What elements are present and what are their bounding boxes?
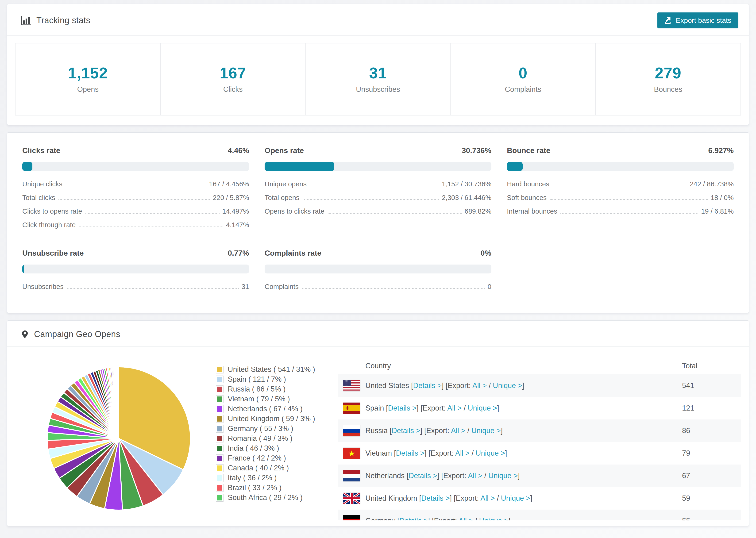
export-unique-link[interactable]: Unique > <box>468 404 497 412</box>
flag-vn-icon <box>343 448 360 459</box>
details-link[interactable]: Details > <box>421 494 450 502</box>
detail-row: Opens to clicks rate689.82% <box>265 207 491 221</box>
tracking-stats-header: Tracking stats Export basic stats <box>7 4 749 36</box>
legend-color-swatch <box>216 464 224 472</box>
total-cell: 55 <box>682 517 741 520</box>
geo-content: United States ( 541 / 31% )Spain ( 121 /… <box>7 347 749 526</box>
progress-bar <box>507 162 734 171</box>
legend-label: Brazil ( 33 / 2% ) <box>228 484 282 492</box>
detail-row: Internal bounces19 / 6.81% <box>507 207 734 221</box>
details-link[interactable]: Details > <box>409 471 437 480</box>
legend-label: Italy ( 36 / 2% ) <box>228 474 277 482</box>
export-unique-link[interactable]: Unique > <box>493 381 522 390</box>
dotted-leader <box>79 227 223 227</box>
detail-label: Unique opens <box>265 180 307 188</box>
legend-label: Canada ( 40 / 2% ) <box>228 464 289 472</box>
export-all-link[interactable]: All > <box>447 404 461 412</box>
legend-item-vietnam: Vietnam ( 79 / 5% ) <box>216 394 315 404</box>
detail-value: 2,303 / 61.446% <box>442 194 491 202</box>
bar-chart-icon <box>21 15 31 26</box>
export-basic-stats-button[interactable]: Export basic stats <box>657 13 738 28</box>
tracking-stats-card: Tracking stats Export basic stats 1,152O… <box>7 4 749 125</box>
legend-label: Netherlands ( 67 / 4% ) <box>228 405 303 413</box>
details-link[interactable]: Details > <box>413 381 442 390</box>
export-unique-link[interactable]: Unique > <box>488 471 518 480</box>
detail-label: Total opens <box>265 194 299 202</box>
detail-row: Total clicks220 / 5.87% <box>22 194 249 207</box>
geo-pie-chart[interactable] <box>46 365 192 520</box>
export-all-link[interactable]: All > <box>480 494 495 502</box>
stat-value: 0 <box>453 64 593 82</box>
details-link[interactable]: Details > <box>396 449 424 457</box>
pie-slice-other-53[interactable] <box>119 367 119 439</box>
country-cell: Russia [Details >] [Export: All > / Uniq… <box>365 426 682 435</box>
export-all-link[interactable]: All > <box>459 517 473 520</box>
geo-opens-title-row: Campaign Geo Opens <box>21 329 120 340</box>
page-title: Tracking stats <box>36 16 90 26</box>
rates-grid: Clicks rate4.46%Unique clicks167 / 4.456… <box>7 133 749 313</box>
geo-table-header-row: CountryTotal <box>338 357 741 374</box>
detail-value: 1,152 / 30.736% <box>442 180 491 188</box>
detail-label: Click through rate <box>22 221 76 229</box>
detail-value: 31 <box>242 283 249 291</box>
dotted-leader <box>302 288 485 289</box>
legend-color-swatch <box>216 494 224 502</box>
detail-value: 242 / 86.738% <box>690 180 734 188</box>
stat-unsubscribes: 31Unsubscribes <box>306 43 451 115</box>
detail-value: 19 / 6.81% <box>701 207 734 215</box>
legend-label: France ( 42 / 2% ) <box>228 454 286 462</box>
legend-label: United States ( 541 / 31% ) <box>228 365 315 374</box>
page: Tracking stats Export basic stats 1,152O… <box>0 0 756 526</box>
legend-label: Germany ( 55 / 3% ) <box>228 424 293 433</box>
legend-item-russia: Russia ( 86 / 5% ) <box>216 384 315 394</box>
export-all-link[interactable]: All > <box>451 426 465 435</box>
export-all-link[interactable]: All > <box>472 381 487 390</box>
rate-block-clicks-rate: Clicks rate4.46%Unique clicks167 / 4.456… <box>22 146 249 235</box>
detail-label: Opens to clicks rate <box>265 207 324 215</box>
legend-item-spain: Spain ( 121 / 7% ) <box>216 374 315 384</box>
country-cell: Spain [Details >] [Export: All > / Uniqu… <box>365 404 682 412</box>
export-unique-link[interactable]: Unique > <box>501 494 530 502</box>
flag-ru-icon <box>343 425 360 436</box>
progress-bar-fill <box>22 265 24 273</box>
detail-row: Click through rate4.147% <box>22 221 249 235</box>
progress-bar <box>22 162 249 171</box>
detail-label: Unique clicks <box>22 180 63 188</box>
geo-table-row-netherlands: Netherlands [Details >] [Export: All > /… <box>338 464 741 487</box>
detail-label: Complaints <box>265 283 298 291</box>
country-cell: Netherlands [Details >] [Export: All > /… <box>365 471 682 480</box>
detail-value: 689.82% <box>465 207 492 215</box>
dotted-leader <box>310 186 439 187</box>
progress-bar <box>22 265 249 273</box>
total-column-header: Total <box>682 362 741 370</box>
rates-card: Clicks rate4.46%Unique clicks167 / 4.456… <box>7 133 749 313</box>
rate-title: Opens rate <box>265 146 304 155</box>
export-unique-link[interactable]: Unique > <box>471 426 501 435</box>
stat-value: 167 <box>163 64 303 82</box>
export-all-link[interactable]: All > <box>468 471 482 480</box>
export-unique-link[interactable]: Unique > <box>479 517 508 520</box>
legend-label: Spain ( 121 / 7% ) <box>228 375 286 384</box>
progress-bar <box>265 162 491 171</box>
detail-value: 0 <box>488 283 491 291</box>
export-all-link[interactable]: All > <box>455 449 469 457</box>
details-link[interactable]: Details > <box>399 517 428 520</box>
legend-item-united-kingdom: United Kingdom ( 59 / 3% ) <box>216 414 315 424</box>
export-unique-link[interactable]: Unique > <box>476 449 505 457</box>
details-link[interactable]: Details > <box>388 404 416 412</box>
stat-label: Complaints <box>453 85 593 94</box>
stat-value: 31 <box>308 64 448 82</box>
flag-us-icon <box>343 380 360 391</box>
legend-color-swatch <box>216 385 224 393</box>
flag-de-icon <box>343 515 360 520</box>
details-link[interactable]: Details > <box>392 426 420 435</box>
legend-color-swatch <box>216 395 224 403</box>
detail-row: Unique clicks167 / 4.456% <box>22 180 249 194</box>
rate-value: 0.77% <box>228 249 249 257</box>
legend-label: India ( 46 / 3% ) <box>228 444 279 453</box>
geo-table-row-united-states: United States [Details >] [Export: All >… <box>338 374 741 397</box>
stat-label: Opens <box>18 85 158 94</box>
stat-label: Unsubscribes <box>308 85 448 94</box>
legend-item-france: France ( 42 / 2% ) <box>216 453 315 463</box>
legend-color-swatch <box>216 455 224 462</box>
